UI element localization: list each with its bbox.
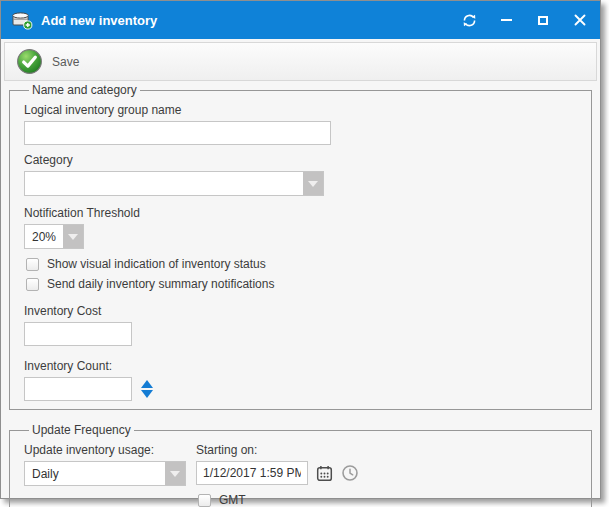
- visual-indication-row: Show visual indication of inventory stat…: [26, 257, 581, 271]
- calendar-picker-button[interactable]: [316, 465, 333, 482]
- frequency-row: Update inventory usage: Daily Starting o…: [24, 437, 581, 507]
- spinner-up-icon[interactable]: [141, 380, 153, 388]
- update-usage-value: Daily: [25, 462, 165, 485]
- visual-indication-label: Show visual indication of inventory stat…: [47, 257, 266, 271]
- calendar-icon: [316, 465, 333, 482]
- category-value: [25, 172, 303, 195]
- daily-summary-row: Send daily inventory summary notificatio…: [26, 277, 581, 291]
- gmt-checkbox[interactable]: [198, 494, 211, 507]
- save-label: Save: [52, 55, 79, 69]
- usage-dropdown-button[interactable]: [165, 462, 185, 485]
- name-category-group: Name and category Logical inventory grou…: [9, 83, 592, 410]
- starting-column: Starting on:: [196, 437, 359, 507]
- close-icon: [574, 14, 586, 26]
- spinner-down-icon[interactable]: [141, 390, 153, 398]
- inventory-cost-input[interactable]: [24, 322, 132, 346]
- group-name-input[interactable]: [24, 121, 331, 145]
- minimize-icon: [501, 19, 512, 21]
- starting-date-input[interactable]: [196, 461, 308, 485]
- category-dropdown[interactable]: [24, 171, 324, 196]
- group-name-label: Logical inventory group name: [24, 103, 581, 117]
- window-title: Add new inventory: [41, 13, 461, 28]
- threshold-dropdown-button[interactable]: [63, 225, 83, 248]
- save-button[interactable]: Save: [16, 48, 79, 75]
- usage-column: Update inventory usage: Daily: [24, 437, 186, 507]
- inventory-count-label: Inventory Count:: [24, 359, 581, 373]
- daily-summary-checkbox[interactable]: [26, 278, 39, 291]
- starting-date-row: [196, 461, 359, 485]
- inventory-box-add-icon: [11, 10, 33, 30]
- category-dropdown-button[interactable]: [303, 172, 323, 195]
- toolbar: Save: [4, 42, 597, 81]
- daily-summary-label: Send daily inventory summary notificatio…: [47, 277, 274, 291]
- gmt-label: GMT: [219, 493, 246, 507]
- clock-icon: [341, 464, 359, 482]
- inventory-cost-label: Inventory Cost: [24, 304, 581, 318]
- refresh-icon: [462, 13, 477, 28]
- update-frequency-group: Update Frequency Update inventory usage:…: [9, 423, 592, 507]
- category-label: Category: [24, 153, 581, 167]
- chevron-down-icon: [68, 234, 78, 240]
- save-check-icon: [16, 48, 43, 75]
- count-spinner: [141, 380, 153, 398]
- inventory-count-row: [24, 377, 581, 401]
- titlebar[interactable]: Add new inventory: [1, 1, 600, 39]
- minimize-button[interactable]: [498, 12, 514, 28]
- chevron-down-icon: [308, 181, 318, 187]
- threshold-value: 20%: [25, 225, 63, 248]
- maximize-button[interactable]: [535, 12, 551, 28]
- name-category-legend: Name and category: [29, 83, 140, 97]
- gmt-row: GMT: [198, 493, 359, 507]
- maximize-icon: [538, 16, 548, 25]
- visual-indication-checkbox[interactable]: [26, 258, 39, 271]
- starting-on-label: Starting on:: [196, 443, 359, 457]
- inventory-count-input[interactable]: [24, 377, 132, 401]
- update-usage-label: Update inventory usage:: [24, 443, 186, 457]
- threshold-dropdown[interactable]: 20%: [24, 224, 84, 249]
- add-new-inventory-dialog: Add new inventory: [0, 0, 601, 499]
- time-picker-button[interactable]: [341, 464, 359, 482]
- close-button[interactable]: [572, 12, 588, 28]
- update-usage-dropdown[interactable]: Daily: [24, 461, 186, 486]
- chevron-down-icon: [170, 471, 180, 477]
- threshold-label: Notification Threshold: [24, 206, 581, 220]
- update-frequency-legend: Update Frequency: [29, 423, 134, 437]
- refresh-button[interactable]: [461, 12, 477, 28]
- window-controls: [461, 12, 588, 28]
